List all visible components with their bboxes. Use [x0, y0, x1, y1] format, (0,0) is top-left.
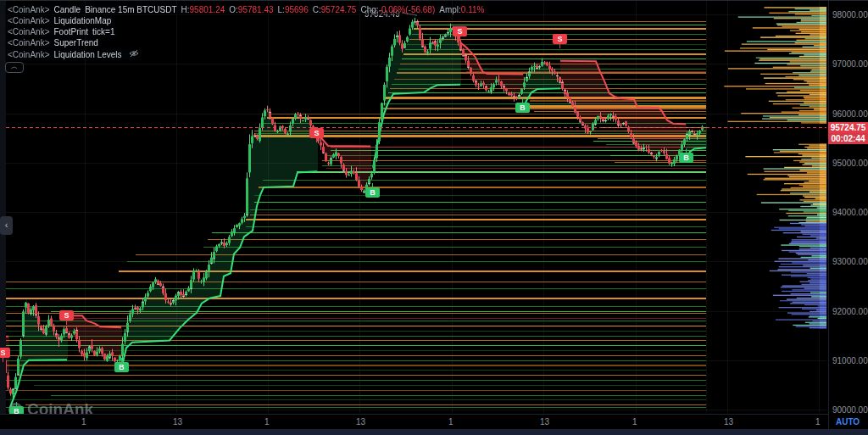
legend-row-liquidation-levels[interactable]: <CoinAnk>Liquidation Levels — [5, 49, 142, 60]
indicator-name: Candle — [53, 5, 81, 15]
time-axis[interactable]: 1131131131131 — [0, 414, 868, 430]
auto-scale-button[interactable]: AUTO — [836, 417, 860, 427]
ohlc-value: C:95724.75 — [313, 5, 357, 15]
supertrend-sell-badge: S — [553, 34, 567, 44]
indicator-legend: <CoinAnk>CandleBinance 15m BTCUSDTH:9580… — [5, 5, 487, 73]
legend-prefix: <CoinAnk> — [8, 50, 49, 60]
price-tick-label: 97000.00 — [832, 59, 868, 69]
bottom-window-strip — [0, 429, 868, 435]
price-tick-label: 90000.00 — [832, 405, 868, 415]
time-tick-label: 13 — [540, 417, 549, 427]
time-tick-label: 13 — [173, 417, 182, 427]
time-tick-label: 1 — [448, 417, 453, 427]
left-panel-collapse-handle[interactable]: ‹ — [0, 216, 13, 235]
trading-chart-app: ‹ <CoinAnk>CandleBinance 15m BTCUSDTH:95… — [0, 0, 868, 435]
supertrend-buy-badge: B — [114, 362, 129, 372]
time-tick-label: 1 — [815, 417, 821, 427]
current-price-label: 95724.75 — [828, 122, 868, 133]
legend-prefix: <CoinAnk> — [8, 5, 49, 15]
legend-row-footprint[interactable]: <CoinAnk>FootPrinttick=1 — [5, 27, 117, 37]
chevron-left-icon: ‹ — [5, 220, 8, 230]
indicator-name: FootPrint — [53, 27, 88, 37]
supertrend-sell-badge: S — [0, 348, 10, 358]
price-tick-label: 94000.00 — [832, 208, 868, 217]
indicator-subtitle: Binance 15m BTCUSDT — [85, 5, 176, 15]
ohlc-value: L:95696 — [278, 5, 309, 15]
supertrend-sell-badge: S — [309, 128, 324, 138]
ohlc-value: Ampl:0.11% — [439, 5, 484, 15]
candle-countdown-label: 00:02:44 — [828, 133, 868, 144]
indicator-name: LiquidationMap — [53, 16, 111, 26]
price-tick-label: 98000.00 — [832, 10, 868, 20]
ohlc-value: O:95781.43 — [229, 5, 273, 15]
time-tick-label: 13 — [724, 417, 733, 427]
visibility-off-icon[interactable] — [129, 49, 139, 60]
price-tick-label: 92000.00 — [832, 307, 868, 316]
price-tick-label: 93000.00 — [832, 257, 868, 266]
time-tick-label: 1 — [632, 417, 637, 427]
ohlc-value: H:95801.24 — [181, 5, 225, 15]
supertrend-buy-badge: B — [515, 103, 530, 113]
price-tick-label: 95000.00 — [832, 159, 868, 168]
price-axis[interactable]: AUTO 98000.0097000.0096000.0095000.00940… — [828, 0, 868, 429]
legend-collapse-button[interactable]: ︿ — [5, 62, 24, 73]
price-tick-label: 91000.00 — [832, 356, 868, 365]
time-tick-label: 1 — [81, 417, 86, 427]
legend-row-liquidationmap[interactable]: <CoinAnk>LiquidationMap — [5, 16, 114, 26]
indicator-name: Liquidation Levels — [53, 50, 121, 60]
legend-row-candle[interactable]: <CoinAnk>CandleBinance 15m BTCUSDTH:9580… — [5, 5, 487, 15]
time-tick-label: 13 — [356, 417, 365, 427]
legend-prefix: <CoinAnk> — [8, 38, 49, 48]
price-tick-label: 96000.00 — [832, 109, 868, 119]
legend-prefix: <CoinAnk> — [8, 27, 49, 37]
legend-row-supertrend[interactable]: <CoinAnk>SuperTrend — [5, 38, 101, 48]
time-tick-label: 1 — [264, 417, 270, 427]
supertrend-buy-badge: B — [679, 153, 693, 163]
supertrend-sell-badge: S — [59, 310, 74, 321]
indicator-subtitle: tick=1 — [92, 27, 114, 37]
ohlc-value: Chg:-0.06%(-56.68) — [360, 5, 435, 15]
legend-prefix: <CoinAnk> — [8, 16, 49, 26]
indicator-name: SuperTrend — [53, 38, 97, 48]
supertrend-buy-badge: B — [365, 187, 380, 198]
